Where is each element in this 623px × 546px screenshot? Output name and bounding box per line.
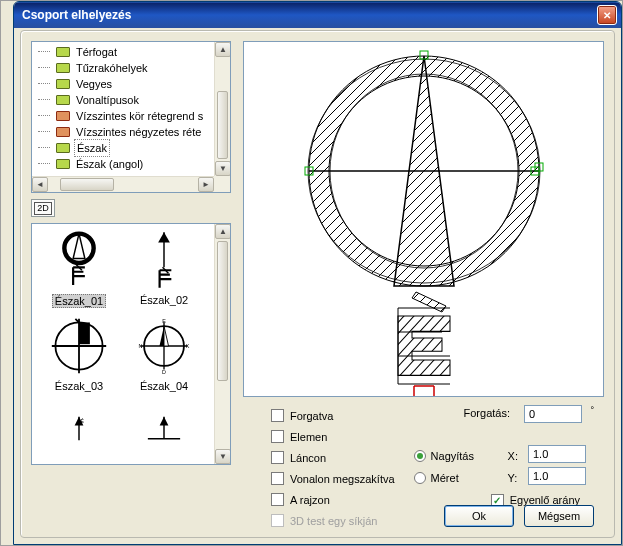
scale-mode-group: Nagyítás Méret [414,445,474,489]
check-label: 3D test egy síkján [290,515,377,527]
radio-nagyitas[interactable]: Nagyítás [414,445,474,467]
radio-icon[interactable] [414,450,426,462]
svg-text:K: K [186,343,190,349]
dialog-window: Csoport elhelyezés ✕ Térfogat Tűzrakóhel… [13,1,622,545]
thumbnail-grid: Észak_01 [32,224,214,464]
svg-text:É: É [80,418,84,424]
cancel-button[interactable]: Mégsem [524,505,594,527]
title-text: Csoport elhelyezés [22,8,597,22]
checkbox-icon[interactable] [271,451,284,464]
category-tree[interactable]: Térfogat Tűzrakóhelyek Vegyes Vonaltípus… [31,41,231,193]
svg-rect-5 [79,322,90,344]
tree-item[interactable]: Térfogat [34,44,214,60]
thumbnail-preview: É [47,398,111,462]
scroll-left-icon[interactable]: ◄ [32,177,48,192]
thumbnail-item[interactable]: Észak_02 [125,228,203,306]
placement-options: Forgatva Elemen Láncon Vonalon megszakít… [271,405,395,531]
title-bar[interactable]: Csoport elhelyezés ✕ [14,2,621,28]
svg-text:E: E [162,318,166,324]
checkbox-icon [271,514,284,527]
rotation-input[interactable]: 0 [524,405,582,423]
tree-item-label: Vízszintes négyzetes réte [74,124,203,140]
thumbnail-preview [47,228,111,292]
thumbnail-item[interactable]: Észak_03 [40,314,118,392]
folder-icon [56,47,70,57]
scroll-up-icon[interactable]: ▲ [215,42,231,57]
tree-item[interactable]: Tűzrakóhelyek [34,60,214,76]
tree-item[interactable]: Vonaltípusok [34,92,214,108]
thumbnail-item[interactable] [125,398,203,462]
preview-canvas[interactable] [243,41,604,397]
tree-item[interactable]: Vízszintes négyzetes réte [34,124,214,140]
thumbnail-preview: E K D N [132,314,196,378]
main-group: Térfogat Tűzrakóhelyek Vegyes Vonaltípus… [20,30,615,538]
x-label: X: [508,450,518,462]
close-icon[interactable]: ✕ [597,5,617,25]
tree-item[interactable]: Vízszintes kör rétegrend s [34,108,214,124]
thumbnail-caption: Észak_02 [138,294,190,306]
checkbox-icon[interactable] [271,472,284,485]
left-column: Térfogat Tűzrakóhelyek Vegyes Vonaltípus… [31,41,231,465]
checkbox-icon[interactable] [271,409,284,422]
radio-icon[interactable] [414,472,426,484]
controls-panel: Forgatva Elemen Láncon Vonalon megszakít… [243,405,604,531]
scroll-thumb[interactable] [217,241,228,381]
view-2d-label: 2D [34,202,52,215]
rotation-label: Forgatás: [464,407,510,419]
thumbnail-preview [132,398,196,462]
folder-icon [56,95,70,105]
application-frame: ARCHline Csoport elhelyezés ✕ Térfogat T… [0,0,623,546]
app-name-vertical: ARCHline [0,478,2,533]
tree-item-label: Észak (angol) [74,156,145,172]
scroll-down-icon[interactable]: ▼ [215,161,231,176]
check-forgatva[interactable]: Forgatva [271,405,395,426]
thumbnail-scrollbar[interactable]: ▲ ▼ [214,224,230,464]
tree-horizontal-scrollbar[interactable]: ◄ ► [32,176,214,192]
folder-icon [56,143,70,153]
folder-icon [56,79,70,89]
scroll-thumb[interactable] [60,178,114,191]
tree-item-label: Térfogat [74,44,119,60]
tree-item[interactable]: Észak (angol) [34,156,214,172]
thumbnail-caption: Észak_03 [53,380,105,392]
check-vonalon[interactable]: Vonalon megszakítva [271,468,395,489]
thumbnail-item[interactable]: E K D N Észak_04 [125,314,203,392]
tree-item-label: Vonaltípusok [74,92,141,108]
folder-icon [56,127,70,137]
scroll-right-icon[interactable]: ► [198,177,214,192]
view-2d-toggle[interactable]: 2D [31,199,55,217]
folder-icon [56,63,70,73]
tree-item[interactable]: Vegyes [34,76,214,92]
thumbnail-caption: Észak_04 [138,380,190,392]
thumbnail-item[interactable]: Észak_01 [40,228,118,308]
folder-icon [56,111,70,121]
check-elemen[interactable]: Elemen [271,426,395,447]
scroll-down-icon[interactable]: ▼ [215,449,231,464]
thumbnail-panel: Észak_01 [31,223,231,465]
tree-item[interactable]: Észak [34,140,214,156]
check-3d-sik: 3D test egy síkján [271,510,395,531]
thumbnail-preview [47,314,111,378]
radio-meret[interactable]: Méret [414,467,474,489]
checkbox-icon[interactable] [271,430,284,443]
check-lancon[interactable]: Láncon [271,447,395,468]
thumbnail-item[interactable]: É [40,398,118,462]
tree-vertical-scrollbar[interactable]: ▲ ▼ [214,42,230,176]
scroll-corner [214,176,230,192]
checkbox-icon[interactable] [271,493,284,506]
x-input[interactable]: 1.0 [528,445,586,463]
check-arajzon[interactable]: A rajzon [271,489,395,510]
scroll-thumb[interactable] [217,91,228,159]
scroll-up-icon[interactable]: ▲ [215,224,231,239]
check-label: Vonalon megszakítva [290,473,395,485]
dialog-buttons: Ok Mégsem [444,505,594,527]
check-label: Forgatva [290,410,333,422]
radio-label: Méret [431,472,459,484]
thumbnail-caption: Észak_01 [52,294,106,308]
folder-icon [56,159,70,169]
tree-item-label: Vegyes [74,76,114,92]
check-label: Láncon [290,452,326,464]
y-input[interactable]: 1.0 [528,467,586,485]
tree-item-label: Vízszintes kör rétegrend s [74,108,205,124]
ok-button[interactable]: Ok [444,505,514,527]
